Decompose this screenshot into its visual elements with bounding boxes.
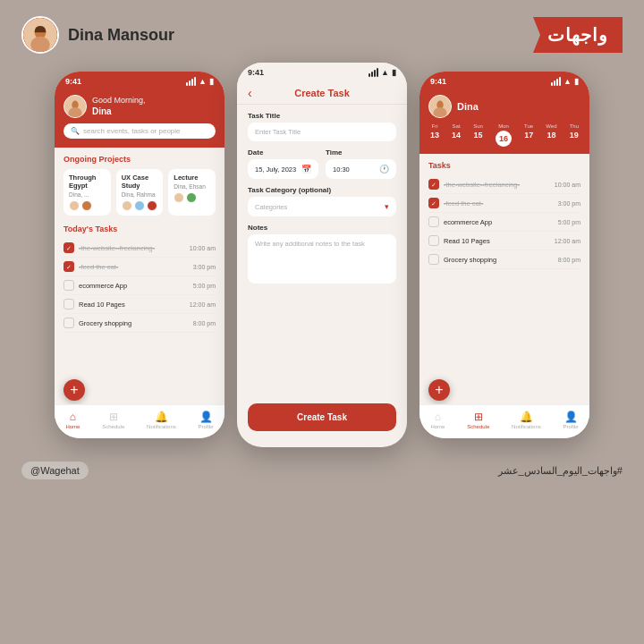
task-item-0[interactable]: ✓ -the-website--freelancing- 10:00 am [64, 239, 216, 258]
bottom-nav-1: ⌂ Home ⊞ Schedule 🔔 Notifications 👤 Prof… [55, 404, 225, 438]
date-input[interactable]: 15, July, 2023 📅 [248, 159, 318, 179]
task3-item-1[interactable]: ✓ -feed the cat- 3:00 pm [428, 194, 580, 213]
cal-day-num-today: 16 [496, 131, 512, 147]
status-bar-2: 9:41 ▲ ▮ [237, 63, 407, 80]
checkbox3-3[interactable] [428, 235, 439, 246]
checkbox-0[interactable]: ✓ [64, 242, 74, 253]
project-avatars-2 [174, 192, 210, 203]
mini-avatar [81, 200, 92, 211]
task-title-label: Task Title [248, 112, 396, 120]
task3-item-4[interactable]: Grocery shopping 8:00 pm [428, 250, 580, 269]
phone-home: 9:41 ▲ ▮ [55, 72, 225, 438]
greeting-text: Good Morning, [92, 96, 146, 106]
nav-notif-3[interactable]: 🔔 Notifications [512, 411, 541, 429]
cal-day-0[interactable]: Fri 13 [430, 123, 439, 147]
task-title-input[interactable]: Enter Task Title [248, 123, 396, 141]
bell-icon-3: 🔔 [520, 411, 533, 423]
nav-home-3[interactable]: ⌂ Home [430, 411, 445, 429]
task3-time-0: 10:00 am [555, 182, 580, 188]
nav-schedule-1[interactable]: ⊞ Schedule [102, 411, 124, 429]
fab-button-3[interactable]: + [428, 379, 450, 401]
time-label: Time [326, 148, 396, 157]
cal-day-5[interactable]: Wed 18 [546, 123, 556, 147]
task-time-2: 5:00 pm [193, 283, 216, 289]
status-icons-2: ▲ ▮ [369, 68, 396, 77]
projects-title: Ongoing Projects [64, 155, 216, 164]
cal-day-name-today: Mon [498, 123, 509, 129]
task3-time-3: 12:00 am [555, 238, 580, 244]
fab-button-1[interactable]: + [64, 379, 85, 401]
checkbox3-1[interactable]: ✓ [428, 198, 439, 208]
header-username: Dina Mansour [68, 26, 174, 45]
status-bar-3: 9:41 ▲ ▮ [419, 72, 589, 89]
project-card-1[interactable]: UX Case Study Dina, Rahma [116, 169, 164, 216]
date-col: Date 15, July, 2023 📅 [248, 148, 318, 179]
nav-profile-3[interactable]: 👤 Profile [564, 411, 579, 429]
create-task-button[interactable]: Create Task [248, 403, 396, 431]
checkbox3-4[interactable] [428, 254, 439, 265]
nav-schedule-3[interactable]: ⊞ Schedule [467, 411, 489, 429]
cal-day-today[interactable]: Mon 16 [496, 123, 512, 147]
category-select[interactable]: Categories ▾ [248, 197, 396, 216]
search-bar-1[interactable]: 🔍 search events, tasks or people [64, 123, 216, 139]
project-meta-0: Dina, ... [69, 191, 106, 198]
checkbox-4[interactable] [64, 318, 74, 328]
checkbox3-2[interactable] [428, 216, 439, 227]
phone3-body: Tasks ✓ -the-website--freelancing- 10:00… [419, 154, 589, 276]
cal-day-num-0: 13 [430, 131, 439, 140]
time-input[interactable]: 10:30 🕐 [326, 159, 396, 179]
notes-label: Notes [248, 224, 396, 232]
task-item-4[interactable]: Grocery shopping 8:00 pm [64, 314, 216, 333]
project-card-0[interactable]: Through Egypt Dina, ... [64, 169, 111, 216]
notes-textarea[interactable]: Write any additional notes to the task [248, 234, 396, 284]
cal-day-num-6: 19 [570, 131, 579, 140]
task-item-3[interactable]: Read 10 Pages 12:00 am [64, 295, 216, 314]
person-icon-1: 👤 [199, 411, 213, 423]
category-placeholder: Categories [255, 203, 287, 211]
status-bar-1: 9:41 ▲ ▮ [55, 72, 225, 89]
nav-profile-1[interactable]: 👤 Profile [199, 411, 214, 429]
checkbox-2[interactable] [64, 280, 74, 291]
time-value: 10:30 [333, 165, 350, 174]
home-icon-3: ⌂ [435, 411, 441, 423]
checkbox-3[interactable] [64, 299, 74, 309]
signal-icon-3 [551, 77, 561, 86]
nav-label-home-1: Home [65, 424, 80, 429]
task-item-2[interactable]: ecommerce App 5:00 pm [64, 276, 216, 295]
project-avatars-1 [122, 200, 158, 211]
project-avatars-0 [69, 200, 106, 211]
back-button[interactable]: ‹ [248, 86, 252, 100]
cal-day-name-0: Fri [432, 123, 438, 129]
nav-label-schedule-3: Schedule [467, 424, 489, 429]
status-icons-3: ▲ ▮ [551, 77, 579, 86]
cal-day-1[interactable]: Sat 14 [452, 123, 461, 147]
task3-time-4: 8:00 pm [558, 257, 580, 263]
task-item-1[interactable]: ✓ -feed the cat- 3:00 pm [64, 258, 216, 276]
checkbox-1[interactable]: ✓ [64, 261, 74, 272]
clock-icon: 🕐 [379, 165, 389, 174]
date-time-row: Date 15, July, 2023 📅 Time 10:30 🕐 [248, 148, 396, 179]
checkbox3-0[interactable]: ✓ [428, 179, 439, 190]
schedule-icon-3: ⊞ [474, 411, 483, 423]
mini-avatar [174, 192, 184, 203]
nav-notif-1[interactable]: 🔔 Notifications [147, 411, 176, 429]
task3-name-1: -feed the cat- [444, 199, 483, 208]
task3-item-0[interactable]: ✓ -the-website--freelancing- 10:00 am [428, 175, 580, 194]
cal-day-2[interactable]: Sun 15 [473, 123, 483, 147]
cal-day-4[interactable]: Tue 17 [524, 123, 533, 147]
phone-create-task: 9:41 ▲ ▮ ‹ Create Task [237, 63, 407, 447]
category-label: Task Category (optional) [248, 186, 396, 194]
task-name-4: Grocery shopping [79, 319, 131, 327]
project-name-2: Lecture [174, 174, 210, 182]
task3-name-4: Grocery shopping [444, 256, 496, 264]
calendar-row: Fri 13 Sat 14 Sun 15 Mon 16 [428, 123, 580, 147]
nav-home-1[interactable]: ⌂ Home [65, 411, 80, 429]
bell-icon-1: 🔔 [155, 411, 168, 423]
task3-item-2[interactable]: ecommerce App 5:00 pm [428, 213, 580, 232]
project-card-2[interactable]: Lecture Dina, Ehsan [168, 169, 216, 216]
cal-day-6[interactable]: Thu 19 [570, 123, 579, 147]
phone1-header-top: Good Morning, Dina [64, 95, 216, 118]
phone3-username: Dina [457, 101, 479, 112]
calendar-icon: 📅 [301, 165, 311, 174]
task3-item-3[interactable]: Read 10 Pages 12:00 am [428, 232, 580, 250]
